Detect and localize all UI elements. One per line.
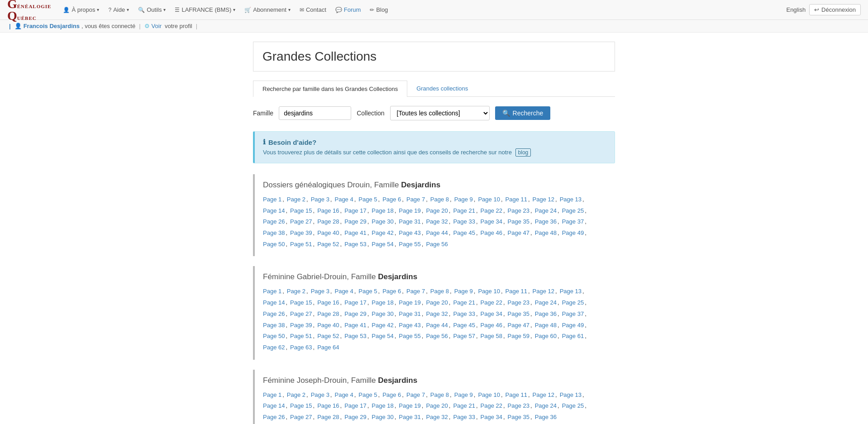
page-link[interactable]: Page 36 [535,216,557,228]
page-link[interactable]: Page 16 [317,205,339,217]
nav-english[interactable]: English [782,6,809,13]
page-link[interactable]: Page 54 [372,239,393,250]
page-link[interactable]: Page 47 [508,228,529,239]
tab-search[interactable]: Recherche par famille dans les Grandes C… [253,81,407,97]
page-link[interactable]: Page 19 [399,297,420,309]
page-link[interactable]: Page 15 [290,297,312,309]
search-button[interactable]: 🔍 Recherche [495,106,551,120]
page-link[interactable]: Page 18 [372,400,393,412]
page-link[interactable]: Page 54 [372,331,393,342]
page-link[interactable]: Page 48 [535,320,557,331]
page-link[interactable]: Page 35 [508,309,529,320]
page-link[interactable]: Page 7 [406,194,425,205]
brand-logo-link[interactable]: G ÉNÉALOGIE Q UÉBEC [7,0,51,22]
page-link[interactable]: Page 6 [382,194,401,205]
page-link[interactable]: Page 44 [426,320,448,331]
page-link[interactable]: Page 32 [426,309,448,320]
page-link[interactable]: Page 32 [426,216,448,228]
page-link[interactable]: Page 16 [317,400,339,412]
page-link[interactable]: Page 46 [481,320,502,331]
page-link[interactable]: Page 22 [481,400,502,412]
page-link[interactable]: Page 13 [560,194,582,205]
page-link[interactable]: Page 33 [453,412,475,423]
page-link[interactable]: Page 8 [430,390,449,401]
page-link[interactable]: Page 15 [290,400,312,412]
page-link[interactable]: Page 15 [290,205,312,217]
page-link[interactable]: Page 24 [535,297,557,309]
page-link[interactable]: Page 4 [334,194,353,205]
page-link[interactable]: Page 32 [426,412,448,423]
page-link[interactable]: Page 35 [508,216,529,228]
page-link[interactable]: Page 29 [344,216,366,228]
page-link[interactable]: Page 12 [533,390,554,401]
page-link[interactable]: Page 40 [317,228,339,239]
page-link[interactable]: Page 12 [533,194,554,205]
page-link[interactable]: Page 25 [562,400,584,412]
page-link[interactable]: Page 55 [399,331,420,342]
page-link[interactable]: Page 64 [317,342,339,353]
page-link[interactable]: Page 56 [426,331,448,342]
page-link[interactable]: Page 24 [535,205,557,217]
page-link[interactable]: Page 30 [372,216,393,228]
page-link[interactable]: Page 29 [344,412,366,423]
page-link[interactable]: Page 13 [560,390,582,401]
page-link[interactable]: Page 37 [562,309,584,320]
nav-contact[interactable]: ✉ Contact [295,0,331,20]
page-link[interactable]: Page 2 [287,194,305,205]
page-link[interactable]: Page 53 [344,331,366,342]
page-link[interactable]: Page 28 [317,309,339,320]
page-link[interactable]: Page 34 [481,216,502,228]
page-link[interactable]: Page 33 [453,309,475,320]
page-link[interactable]: Page 39 [290,320,312,331]
nav-aide[interactable]: ? Aide ▾ [104,0,134,20]
page-link[interactable]: Page 18 [372,205,393,217]
page-link[interactable]: Page 11 [506,194,527,205]
page-link[interactable]: Page 40 [317,320,339,331]
page-link[interactable]: Page 58 [481,331,502,342]
page-link[interactable]: Page 22 [481,297,502,309]
page-link[interactable]: Page 2 [287,286,305,297]
page-link[interactable]: Page 12 [533,286,554,297]
page-link[interactable]: Page 50 [263,331,285,342]
page-link[interactable]: Page 33 [453,216,475,228]
page-link[interactable]: Page 50 [263,239,285,250]
page-link[interactable]: Page 23 [508,297,529,309]
page-link[interactable]: Page 62 [263,342,285,353]
page-link[interactable]: Page 23 [508,205,529,217]
page-link[interactable]: Page 61 [562,331,584,342]
page-link[interactable]: Page 9 [454,286,473,297]
page-link[interactable]: Page 28 [317,216,339,228]
page-link[interactable]: Page 3 [311,194,329,205]
page-link[interactable]: Page 57 [453,331,475,342]
page-link[interactable]: Page 36 [535,412,557,423]
page-link[interactable]: Page 1 [263,194,281,205]
page-link[interactable]: Page 8 [430,194,449,205]
collection-select[interactable]: [Toutes les collections] [390,106,490,120]
page-link[interactable]: Page 34 [481,309,502,320]
userbar-username-link[interactable]: Francois Desjardins [24,23,80,29]
page-link[interactable]: Page 14 [263,297,285,309]
page-link[interactable]: Page 35 [508,412,529,423]
page-link[interactable]: Page 7 [406,286,425,297]
blog-link[interactable]: blog [515,148,531,157]
page-link[interactable]: Page 43 [399,320,420,331]
page-link[interactable]: Page 16 [317,297,339,309]
page-link[interactable]: Page 21 [453,297,475,309]
page-link[interactable]: Page 36 [535,309,557,320]
page-link[interactable]: Page 25 [562,205,584,217]
page-link[interactable]: Page 44 [426,228,448,239]
page-link[interactable]: Page 53 [344,239,366,250]
page-link[interactable]: Page 56 [426,239,448,250]
page-link[interactable]: Page 43 [399,228,420,239]
page-link[interactable]: Page 10 [478,286,500,297]
page-link[interactable]: Page 29 [344,309,366,320]
page-link[interactable]: Page 5 [358,194,377,205]
page-link[interactable]: Page 20 [426,400,448,412]
page-link[interactable]: Page 5 [358,390,377,401]
page-link[interactable]: Page 48 [535,228,557,239]
page-link[interactable]: Page 27 [290,412,312,423]
page-link[interactable]: Page 10 [478,194,500,205]
page-link[interactable]: Page 24 [535,400,557,412]
page-link[interactable]: Page 38 [263,320,285,331]
page-link[interactable]: Page 49 [562,228,584,239]
